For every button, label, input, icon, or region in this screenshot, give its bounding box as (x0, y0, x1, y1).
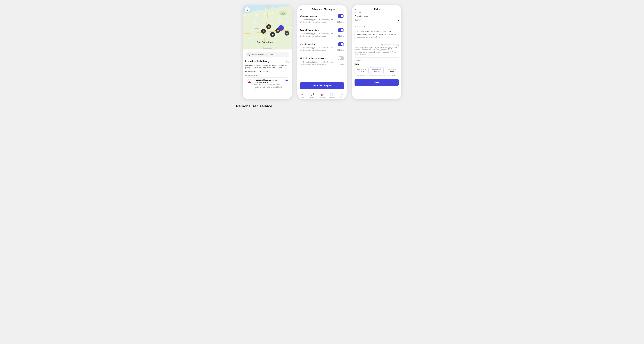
svg-text:Fort Mason: Fort Mason (254, 28, 259, 29)
svg-rect-32 (263, 48, 272, 49)
message-toggle[interactable] (338, 56, 344, 60)
map-container: ALCATRAZ ISLAND Fort Mason 🏠 🏠 🏠 🏠 🚗 (243, 5, 292, 50)
bottom-nav: ✈ Trips 💬 Inbox 🚗 Vehicles 📊 Business ••… (297, 91, 347, 99)
more-icon: ••• (340, 93, 343, 96)
svg-text:🏠: 🏠 (272, 34, 274, 36)
personalized-title: Personalized service (236, 104, 408, 108)
quantity-label: Quantity (354, 19, 361, 21)
svg-text:🏠: 🏠 (262, 30, 265, 33)
tier-value: >$80 (385, 71, 398, 73)
message-header: Drop off instructions (300, 28, 344, 32)
message-listings: 15 listings (337, 21, 344, 23)
price-value: $75 (354, 63, 399, 66)
message-timing: 10 minutes after booking is confirmed (300, 49, 326, 51)
nav-vehicles-label: Vehicles (320, 96, 325, 98)
nav-inbox[interactable]: 💬 Inbox (307, 93, 317, 98)
message-name: Mid-trip check in (300, 43, 315, 45)
divider-1 (354, 24, 399, 24)
bottom-section: Personalized service (231, 104, 413, 108)
trips-icon: ✈ (301, 93, 304, 96)
message-meta: 10 minutes after booking is confirmed 15… (300, 49, 344, 51)
tier-value: $70-80 (370, 71, 383, 73)
back-button[interactable]: ‹ (245, 7, 250, 13)
legend-your-locations: Your locations (245, 71, 258, 73)
message-item: Welcome message Hi {{GuestName}}, thank … (300, 12, 344, 26)
tier-value: <$70 (355, 71, 368, 73)
message-toggle[interactable] (338, 42, 344, 46)
nav-more[interactable]: ••• More (337, 93, 347, 98)
home-icon: 🚗 (247, 79, 252, 84)
nav-business[interactable]: 📊 Business (327, 93, 337, 98)
legend-dot-dark (260, 71, 261, 72)
price-note: These values reflect prepaid refuel pric… (354, 75, 399, 77)
inbox-icon: 💬 (310, 93, 314, 96)
card2-back-button[interactable]: ← (300, 8, 302, 11)
details-label: DETAILS (354, 12, 399, 14)
section-desc: Earn more by offering delivery. Delivery… (245, 64, 290, 69)
card2-title: Scheduled Messages (302, 8, 344, 11)
message-listings: 6 listings (338, 35, 344, 37)
search-input[interactable] (251, 54, 288, 56)
nav-more-label: More (340, 96, 343, 98)
location-delivery-title: Location & delivery (245, 60, 269, 63)
message-toggle[interactable] (338, 14, 344, 18)
message-preview: Hi {{GuestName}}, thank you for booking … (300, 47, 344, 51)
edit-link[interactable]: Edit (284, 79, 288, 81)
card-scheduled-messages: ← Scheduled Messages Welcome message Hi … (297, 5, 347, 99)
message-name: Drop off instructions (300, 29, 319, 31)
message-item: Mid-trip check in Hi {{GuestName}}, than… (300, 40, 344, 54)
message-name: After trip follow up message (300, 57, 326, 59)
pricing-label: PRICING (354, 60, 399, 61)
desc-note: Your description will appear on your veh… (354, 47, 399, 55)
item-name: Prepaid refuel (354, 15, 399, 17)
message-meta: 10 minutes after booking is confirmed 6 … (300, 35, 344, 37)
create-template-button[interactable]: Create new template (300, 82, 344, 89)
tier-label: COMPETITIVE (355, 69, 368, 70)
svg-text:ISLAND: ISLAND (282, 14, 285, 15)
legend-dot-blue (245, 71, 246, 72)
home-addr-main: 12345 McAllister Street, San Francisco, … (254, 79, 283, 83)
vehicles-icon: 🚗 (320, 93, 324, 96)
help-icon[interactable]: ? (286, 60, 290, 63)
svg-text:🏠: 🏠 (268, 26, 270, 28)
home-addr: 12345 McAllister Street, San Francisco, … (254, 79, 283, 90)
message-preview: Hi {{GuestName}}, thank you for booking … (300, 33, 344, 37)
price-tiers: COMPETITIVE <$70 SUGGESTED $70-80 EXPENS… (354, 67, 399, 74)
message-header: Welcome message (300, 14, 344, 18)
tier-label: EXPENSIVE (385, 69, 398, 70)
card-location-delivery: ALCATRAZ ISLAND Fort Mason 🏠 🏠 🏠 🏠 🚗 (243, 5, 292, 99)
chars-remaining: 115 characters remaining (354, 44, 399, 46)
legend-row: Your locations Popular (245, 71, 290, 73)
phones-row: ALCATRAZ ISLAND Fort Mason 🏠 🏠 🏠 🏠 🚗 (231, 5, 413, 99)
message-name: Welcome message (300, 15, 317, 17)
description-textarea[interactable] (354, 29, 399, 43)
message-toggle[interactable] (338, 28, 344, 32)
search-icon: 🔍 (247, 53, 250, 56)
message-header: Mid-trip check in (300, 42, 344, 46)
card1-body: 🔍 Location & delivery ? Earn more by off… (243, 50, 292, 99)
card3-header: ✕ Extras (352, 5, 401, 12)
messages-list: Welcome message Hi {{GuestName}}, thank … (297, 12, 347, 80)
home-location-row: 🚗 12345 McAllister Street, San Francisco… (245, 78, 290, 92)
business-icon: 📊 (330, 93, 334, 96)
message-item: After trip follow up message Hi {{GuestN… (300, 54, 344, 68)
message-timing: 10 minutes after booking is confirmed (300, 35, 326, 37)
svg-text:San Francisco: San Francisco (257, 41, 273, 44)
search-bar[interactable]: 🔍 (245, 52, 290, 57)
legend-popular: Popular (260, 71, 268, 73)
tier-label: SUGGESTED (370, 69, 383, 70)
price-tier[interactable]: COMPETITIVE <$70 (354, 67, 368, 74)
card-extras: ✕ Extras DETAILS Prepaid refuel Quantity… (352, 5, 401, 99)
message-timing: 10 minutes after booking is confirmed (300, 63, 326, 65)
price-tier[interactable]: SUGGESTED $70-80 (370, 67, 384, 74)
message-item: Drop off instructions Hi {{GuestName}}, … (300, 26, 344, 40)
message-timing: 10 minutes after booking is confirmed (300, 21, 326, 23)
message-listings: 1 listing (339, 63, 344, 65)
card3-close-button[interactable]: ✕ (354, 8, 357, 11)
message-listings: 15 listings (337, 49, 344, 51)
price-tier[interactable]: EXPENSIVE >$80 (385, 67, 399, 74)
nav-vehicles[interactable]: 🚗 Vehicles (317, 93, 327, 98)
save-button[interactable]: Save (354, 79, 399, 86)
nav-trips[interactable]: ✈ Trips (297, 93, 307, 98)
message-preview: Hi {{GuestName}}, thank you for booking … (300, 61, 344, 65)
